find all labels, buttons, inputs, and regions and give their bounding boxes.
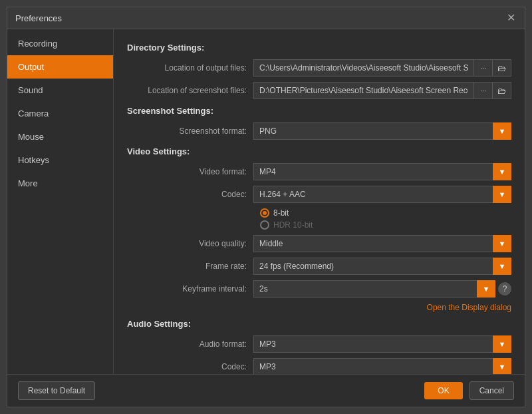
display-link-row: Open the Display dialog (127, 303, 511, 312)
radio-8bit[interactable]: 8-bit (260, 208, 511, 218)
preferences-dialog: Preferences ✕ Recording Output Sound Cam… (7, 7, 525, 407)
keyframe-help-button[interactable]: ? (498, 282, 511, 296)
screenshot-format-select[interactable]: PNG JPG BMP (253, 122, 511, 140)
footer-action-buttons: OK Cancel (424, 381, 514, 400)
codec-select[interactable]: H.264 + AAC H.265 + AAC (253, 186, 511, 203)
screenshot-format-label: Screenshot format: (127, 126, 253, 136)
radio-hdr10bit-circle (260, 220, 269, 230)
framerate-select-wrap: 15 fps 20 fps 24 fps (Recommend) 30 fps … (253, 258, 511, 275)
ok-button[interactable]: OK (424, 382, 462, 399)
codec-select-wrap: H.264 + AAC H.265 + AAC ▼ (253, 186, 511, 203)
video-format-select[interactable]: MP4 MOV AVI WMV GIF (253, 163, 511, 180)
bit-depth-group: 8-bit HDR 10-bit (260, 208, 511, 230)
audio-codec-label: Codec: (127, 362, 253, 371)
output-location-controls: ··· 🗁 (253, 59, 511, 77)
screenshot-dots-button[interactable]: ··· (474, 82, 493, 99)
video-quality-row: Video quality: Low Middle High Lossless … (127, 235, 511, 252)
main-panel: Directory Settings: Location of output f… (114, 29, 525, 374)
audio-codec-select[interactable]: MP3 AAC (253, 358, 511, 374)
audio-format-label: Audio format: (127, 339, 253, 349)
sidebar: Recording Output Sound Camera Mouse Hotk… (7, 29, 114, 374)
screenshot-location-input[interactable] (253, 82, 474, 99)
radio-8bit-circle (260, 208, 269, 218)
video-format-select-wrap: MP4 MOV AVI WMV GIF ▼ (253, 163, 511, 180)
keyframe-label: Keyframe interval: (127, 284, 253, 294)
screenshot-folder-button[interactable]: 🗁 (493, 82, 511, 99)
keyframe-select-outer: 1s 2s 3s 5s ▼ (253, 280, 495, 298)
screenshot-location-controls: ··· 🗁 (253, 82, 511, 99)
screenshot-format-row: Screenshot format: PNG JPG BMP ▼ (127, 122, 511, 140)
codec-row: Codec: H.264 + AAC H.265 + AAC ▼ (127, 186, 511, 203)
output-dots-button[interactable]: ··· (474, 59, 493, 77)
output-location-row: Location of output files: ··· 🗁 (127, 59, 511, 77)
screenshot-format-select-wrap: PNG JPG BMP ▼ (253, 122, 511, 140)
cancel-button[interactable]: Cancel (469, 381, 514, 400)
output-folder-button[interactable]: 🗁 (493, 59, 511, 77)
sidebar-item-more[interactable]: More (7, 172, 113, 195)
framerate-select[interactable]: 15 fps 20 fps 24 fps (Recommend) 30 fps … (253, 258, 511, 275)
video-format-row: Video format: MP4 MOV AVI WMV GIF ▼ (127, 163, 511, 180)
keyframe-select-wrap: 1s 2s 3s 5s ▼ ? (253, 280, 511, 298)
video-quality-select[interactable]: Low Middle High Lossless (253, 235, 511, 252)
video-format-label: Video format: (127, 167, 253, 176)
video-quality-select-wrap: Low Middle High Lossless ▼ (253, 235, 511, 252)
title-bar: Preferences ✕ (7, 7, 525, 29)
audio-format-row: Audio format: MP3 AAC WAV FLAC ▼ (127, 335, 511, 353)
output-location-label: Location of output files: (127, 63, 253, 73)
audio-codec-row: Codec: MP3 AAC ▼ (127, 358, 511, 374)
screenshot-location-label: Location of screenshot files: (127, 86, 253, 95)
directory-section-title: Directory Settings: (127, 43, 511, 53)
framerate-controls: 15 fps 20 fps 24 fps (Recommend) 30 fps … (253, 258, 511, 275)
dialog-title: Preferences (15, 13, 62, 23)
radio-hdr10bit-label: HDR 10-bit (273, 220, 313, 230)
screenshot-format-controls: PNG JPG BMP ▼ (253, 122, 511, 140)
reset-to-default-button[interactable]: Reset to Default (18, 381, 95, 400)
sidebar-item-sound[interactable]: Sound (7, 79, 113, 102)
audio-format-controls: MP3 AAC WAV FLAC ▼ (253, 335, 511, 353)
video-section-title: Video Settings: (127, 146, 511, 156)
close-button[interactable]: ✕ (505, 13, 517, 23)
video-format-controls: MP4 MOV AVI WMV GIF ▼ (253, 163, 511, 180)
framerate-label: Frame rate: (127, 262, 253, 271)
codec-controls: H.264 + AAC H.265 + AAC ▼ (253, 186, 511, 203)
sidebar-item-output[interactable]: Output (7, 55, 113, 79)
screenshot-location-row: Location of screenshot files: ··· 🗁 (127, 82, 511, 99)
framerate-row: Frame rate: 15 fps 20 fps 24 fps (Recomm… (127, 258, 511, 275)
screenshot-section-title: Screenshot Settings: (127, 106, 511, 116)
audio-codec-controls: MP3 AAC ▼ (253, 358, 511, 374)
radio-hdr10bit[interactable]: HDR 10-bit (260, 220, 511, 230)
codec-label: Codec: (127, 190, 253, 199)
sidebar-item-recording[interactable]: Recording (7, 32, 113, 55)
sidebar-item-mouse[interactable]: Mouse (7, 125, 113, 148)
content-area: Recording Output Sound Camera Mouse Hotk… (7, 29, 525, 374)
audio-format-select[interactable]: MP3 AAC WAV FLAC (253, 335, 511, 353)
output-location-input[interactable] (253, 59, 474, 77)
display-dialog-link[interactable]: Open the Display dialog (427, 303, 511, 312)
keyframe-row: Keyframe interval: 1s 2s 3s 5s ▼ ? (127, 280, 511, 298)
sidebar-item-hotkeys[interactable]: Hotkeys (7, 148, 113, 172)
radio-8bit-label: 8-bit (273, 208, 289, 218)
video-quality-controls: Low Middle High Lossless ▼ (253, 235, 511, 252)
keyframe-select[interactable]: 1s 2s 3s 5s (253, 280, 495, 298)
audio-codec-select-wrap: MP3 AAC ▼ (253, 358, 511, 374)
footer: Reset to Default OK Cancel (7, 374, 525, 407)
sidebar-item-camera[interactable]: Camera (7, 102, 113, 125)
audio-section-title: Audio Settings: (127, 319, 511, 329)
keyframe-controls: 1s 2s 3s 5s ▼ ? (253, 280, 511, 298)
audio-format-select-wrap: MP3 AAC WAV FLAC ▼ (253, 335, 511, 353)
video-quality-label: Video quality: (127, 239, 253, 248)
